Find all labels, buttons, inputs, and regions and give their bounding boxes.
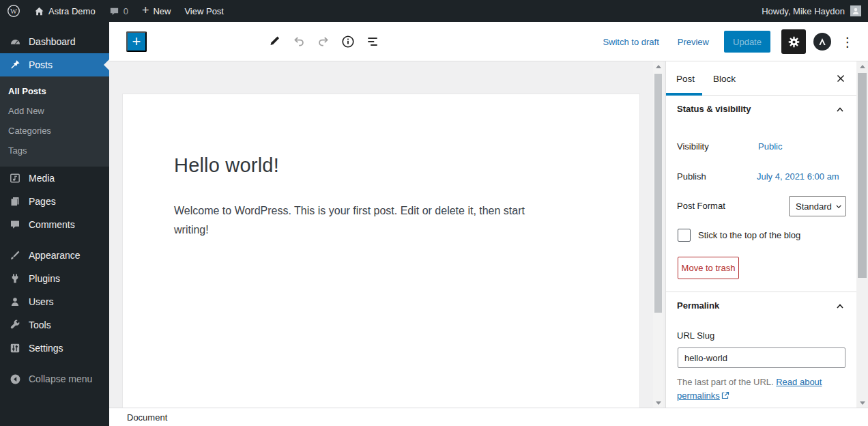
active-tab-underline bbox=[666, 93, 702, 96]
url-slug-label: URL Slug bbox=[677, 330, 714, 341]
breadcrumb[interactable]: Document bbox=[127, 412, 167, 423]
redo-button[interactable] bbox=[314, 32, 333, 51]
astra-logo-icon bbox=[817, 36, 828, 47]
sidebar-item-plugins[interactable]: Plugins bbox=[0, 267, 109, 290]
permalink-title[interactable]: Permalink bbox=[677, 300, 719, 311]
panel-scrollbar[interactable] bbox=[856, 61, 868, 408]
site-menu[interactable]: Astra Demo bbox=[27, 0, 102, 22]
external-link-icon bbox=[721, 390, 729, 403]
close-panel-button[interactable] bbox=[833, 71, 848, 86]
collapse-menu-button[interactable]: Collapse menu bbox=[0, 367, 109, 390]
settings-toggle-button[interactable] bbox=[781, 29, 806, 54]
wordpress-post-editor: W Astra Demo 0 + New View Post Howdy, Mi… bbox=[0, 0, 868, 426]
edit-mode-button[interactable] bbox=[265, 32, 284, 51]
submenu-item-tags[interactable]: Tags bbox=[0, 141, 109, 160]
wrench-icon bbox=[8, 318, 22, 332]
plug-icon bbox=[8, 272, 22, 285]
chevron-down-icon bbox=[836, 204, 841, 209]
active-menu-arrow bbox=[104, 59, 109, 70]
posts-submenu: All Posts Add New Categories Tags bbox=[0, 76, 109, 167]
publish-date-link[interactable]: July 4, 2021 6:00 am bbox=[757, 171, 839, 182]
sticky-label[interactable]: Stick to the top of the blog bbox=[698, 230, 800, 240]
wordpress-logo-icon: W bbox=[7, 4, 20, 18]
block-inserter-button[interactable]: + bbox=[126, 31, 147, 52]
collapse-section-button[interactable] bbox=[833, 299, 848, 314]
menu-separator bbox=[0, 360, 109, 367]
pushpin-icon bbox=[8, 58, 22, 72]
panel-tabs: Post Block bbox=[666, 61, 856, 96]
view-post-link[interactable]: View Post bbox=[177, 0, 231, 22]
admin-bar: W Astra Demo 0 + New View Post Howdy, Mi… bbox=[0, 0, 868, 22]
wordpress-menu[interactable]: W bbox=[0, 0, 27, 22]
sidebar-item-label: Posts bbox=[29, 59, 53, 70]
document-breadcrumb-bar: Document bbox=[109, 408, 868, 426]
plus-icon: + bbox=[142, 4, 149, 16]
pencil-icon bbox=[267, 35, 281, 48]
move-to-trash-button[interactable]: Move to trash bbox=[678, 257, 739, 279]
details-button[interactable] bbox=[338, 32, 358, 51]
sidebar-item-posts[interactable]: Posts bbox=[0, 53, 109, 76]
list-view-button[interactable] bbox=[363, 32, 382, 51]
howdy-account-link[interactable]: Howdy, Mike Haydon bbox=[762, 6, 845, 16]
comments-count: 0 bbox=[124, 6, 128, 16]
status-visibility-title[interactable]: Status & visibility bbox=[677, 104, 751, 114]
preview-button[interactable]: Preview bbox=[678, 37, 709, 47]
post-format-select[interactable]: Standard bbox=[789, 196, 846, 216]
sliders-icon bbox=[8, 341, 22, 355]
settings-panel: Post Block Status & visibility Visibilit… bbox=[665, 61, 856, 408]
switch-to-draft-button[interactable]: Switch to draft bbox=[603, 37, 659, 47]
tab-block[interactable]: Block bbox=[713, 61, 736, 96]
sidebar-item-label: Pages bbox=[29, 196, 56, 207]
editor-toolbar: + bbox=[109, 22, 868, 61]
editor-canvas: Hello world! Welcome to WordPress. This … bbox=[109, 61, 665, 408]
collapse-section-button[interactable] bbox=[833, 102, 848, 117]
astra-plugin-button[interactable] bbox=[813, 33, 831, 51]
sidebar-item-label: Plugins bbox=[29, 273, 60, 284]
sidebar-item-dashboard[interactable]: Dashboard bbox=[0, 30, 109, 53]
content-scrollbar[interactable] bbox=[653, 61, 663, 408]
user-icon bbox=[8, 295, 22, 309]
new-label: New bbox=[153, 6, 171, 16]
close-icon bbox=[835, 73, 846, 84]
url-slug-input[interactable] bbox=[678, 347, 845, 368]
collapse-menu-label: Collapse menu bbox=[29, 373, 92, 384]
sidebar-item-pages[interactable]: Pages bbox=[0, 190, 109, 213]
plus-icon: + bbox=[132, 34, 141, 49]
undo-button[interactable] bbox=[289, 32, 308, 51]
submenu-item-categories[interactable]: Categories bbox=[0, 121, 109, 141]
update-button[interactable]: Update bbox=[724, 31, 770, 53]
comments-menu[interactable]: 0 bbox=[102, 0, 135, 22]
options-kebab-button[interactable]: ⋮ bbox=[841, 36, 854, 48]
scrollbar-thumb[interactable] bbox=[858, 73, 867, 278]
post-paragraph[interactable]: Welcome to WordPress. This is your first… bbox=[174, 201, 553, 240]
comment-bubble-icon bbox=[109, 6, 119, 16]
sidebar-item-comments[interactable]: Comments bbox=[0, 213, 109, 236]
new-content-menu[interactable]: + New bbox=[135, 0, 178, 22]
scroll-down-arrow[interactable] bbox=[653, 398, 663, 408]
sidebar-item-label: Comments bbox=[29, 219, 75, 230]
sidebar-item-media[interactable]: Media bbox=[0, 167, 109, 190]
scroll-up-arrow[interactable] bbox=[856, 61, 868, 71]
sidebar-item-appearance[interactable]: Appearance bbox=[0, 244, 109, 267]
submenu-item-add-new[interactable]: Add New bbox=[0, 101, 109, 121]
tab-post[interactable]: Post bbox=[676, 61, 695, 96]
scroll-up-arrow[interactable] bbox=[653, 61, 663, 71]
sidebar-item-tools[interactable]: Tools bbox=[0, 313, 109, 337]
media-icon bbox=[8, 171, 22, 185]
undo-icon bbox=[292, 35, 306, 48]
brush-icon bbox=[8, 248, 22, 262]
sidebar-item-users[interactable]: Users bbox=[0, 290, 109, 313]
sidebar-item-label: Media bbox=[29, 173, 55, 184]
post-title[interactable]: Hello world! bbox=[174, 154, 588, 177]
sticky-checkbox[interactable] bbox=[678, 229, 691, 242]
section-divider bbox=[666, 292, 856, 292]
visibility-label: Visibility bbox=[677, 141, 709, 152]
scroll-down-arrow[interactable] bbox=[856, 398, 868, 408]
visibility-value-link[interactable]: Public bbox=[758, 141, 782, 152]
chevron-up-icon bbox=[835, 105, 845, 115]
submenu-item-all-posts[interactable]: All Posts bbox=[0, 81, 109, 101]
avatar[interactable] bbox=[850, 5, 861, 16]
sidebar-item-settings[interactable]: Settings bbox=[0, 337, 109, 360]
post-format-value: Standard bbox=[796, 201, 832, 212]
scrollbar-thumb[interactable] bbox=[654, 74, 662, 313]
